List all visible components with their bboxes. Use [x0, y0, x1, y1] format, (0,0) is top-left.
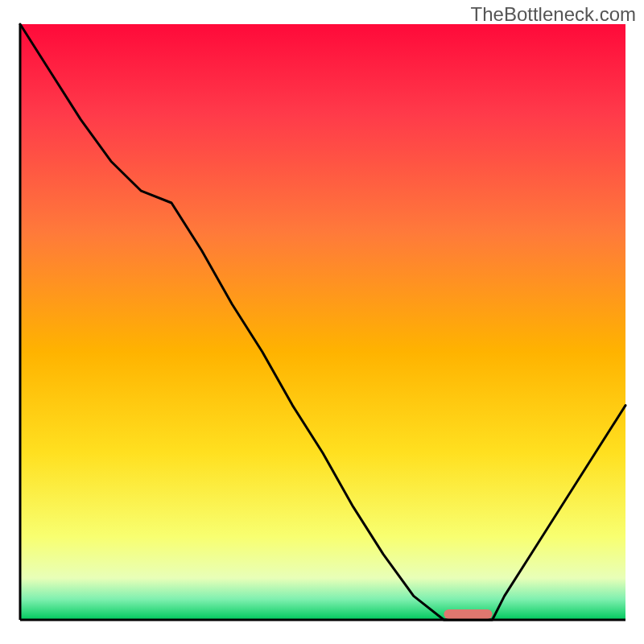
chart-frame: TheBottleneck.com — [0, 0, 644, 644]
sweet-spot-marker — [444, 609, 492, 619]
plot-background — [20, 24, 625, 620]
bottleneck-chart — [0, 0, 644, 644]
watermark-text: TheBottleneck.com — [471, 3, 636, 26]
